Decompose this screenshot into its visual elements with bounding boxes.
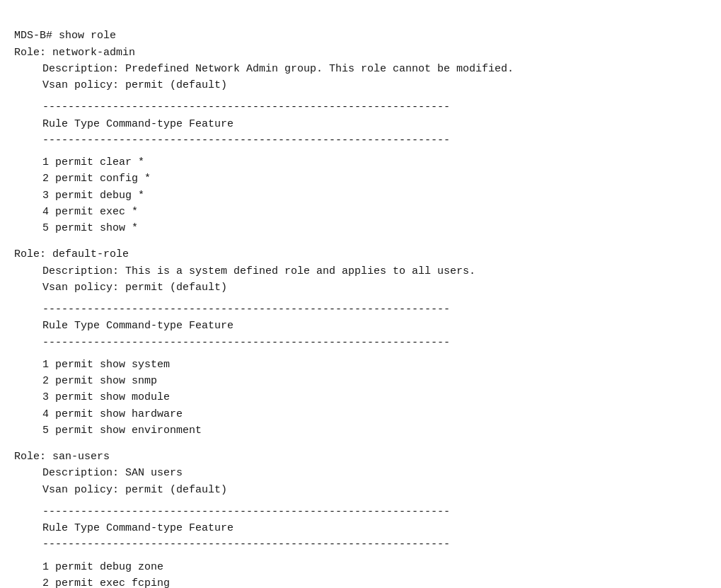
table-row: 2 permit show snmp <box>14 373 707 389</box>
terminal-output: MDS-B# show role <box>14 11 707 45</box>
role-header: Role: network-admin <box>14 45 707 61</box>
table-row: 5 permit show * <box>14 220 707 236</box>
table-row: 4 permit show hardware <box>14 406 707 422</box>
table-row: 1 permit clear * <box>14 154 707 171</box>
table-row: 2 permit exec fcping <box>14 575 707 588</box>
table-top-divider: ----------------------------------------… <box>14 301 707 318</box>
terminal-content: Role: network-adminDescription: Predefin… <box>14 45 707 589</box>
vsan-policy: Vsan policy: permit (default) <box>14 279 707 296</box>
prompt-line: MDS-B# show role <box>14 30 116 42</box>
vsan-policy: Vsan policy: permit (default) <box>14 77 707 93</box>
table-row: 3 permit show module <box>14 389 707 405</box>
table-header: Rule Type Command-type Feature <box>14 520 707 536</box>
vsan-policy: Vsan policy: permit (default) <box>14 482 707 498</box>
table-top-divider: ----------------------------------------… <box>14 504 707 520</box>
role-description: Description: Predefined Network Admin gr… <box>14 61 707 77</box>
table-mid-divider: ----------------------------------------… <box>14 335 707 351</box>
table-top-divider: ----------------------------------------… <box>14 99 707 115</box>
role-header: Role: san-users <box>14 449 707 465</box>
table-row: 1 permit debug zone <box>14 559 707 575</box>
table-row: 1 permit show system <box>14 357 707 373</box>
table-header: Rule Type Command-type Feature <box>14 318 707 334</box>
table-row: 2 permit config * <box>14 171 707 187</box>
role-description: Description: This is a system defined ro… <box>14 263 707 279</box>
role-header: Role: default-role <box>14 246 707 263</box>
role-description: Description: SAN users <box>14 465 707 481</box>
table-mid-divider: ----------------------------------------… <box>14 536 707 553</box>
table-row: 5 permit show environment <box>14 422 707 439</box>
table-header: Rule Type Command-type Feature <box>14 116 707 132</box>
table-mid-divider: ----------------------------------------… <box>14 132 707 149</box>
table-row: 3 permit debug * <box>14 188 707 204</box>
table-row: 4 permit exec * <box>14 204 707 220</box>
